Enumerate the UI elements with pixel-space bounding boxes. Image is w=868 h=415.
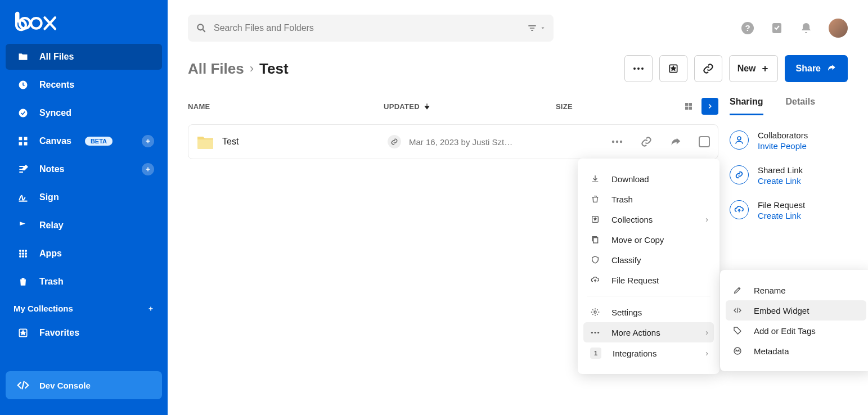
menu-embed-widget[interactable]: Embed Widget xyxy=(726,300,866,321)
svg-point-32 xyxy=(620,141,622,143)
star-icon xyxy=(17,327,29,339)
menu-collections[interactable]: Collections › xyxy=(583,209,714,229)
col-updated[interactable]: UPDATED xyxy=(384,102,528,111)
menu-trash[interactable]: Trash xyxy=(583,189,714,209)
help-icon[interactable]: ? xyxy=(741,21,754,35)
shield-icon xyxy=(590,255,600,265)
breadcrumb-root[interactable]: All Files xyxy=(188,60,244,78)
sidebar-item-trash[interactable]: Trash xyxy=(6,269,162,295)
cloud-upload-icon xyxy=(590,275,600,285)
notes-icon xyxy=(17,163,29,175)
menu-add-edit-tags[interactable]: Add or Edit Tags xyxy=(726,321,866,341)
sidebar-item-sign[interactable]: Sign xyxy=(6,184,162,210)
folder-icon xyxy=(196,134,214,149)
more-icon xyxy=(590,327,600,337)
add-icon[interactable] xyxy=(142,135,154,147)
tab-sharing[interactable]: Sharing xyxy=(730,92,763,115)
sidebar-item-favorites[interactable]: Favorites xyxy=(6,320,162,346)
pencil-icon xyxy=(732,285,743,295)
avatar[interactable] xyxy=(829,19,848,38)
menu-integrations[interactable]: 1 Integrations › xyxy=(583,342,714,364)
sidebar-item-all-files[interactable]: All Files xyxy=(6,44,162,70)
file-request-label: File Request xyxy=(758,200,805,210)
canvas-icon xyxy=(17,135,29,147)
create-link-action[interactable]: Create Link xyxy=(758,176,803,186)
col-name[interactable]: NAME xyxy=(188,102,384,111)
create-link-action-2[interactable]: Create Link xyxy=(758,211,805,220)
svg-point-8 xyxy=(19,250,21,252)
sidebar-item-relay[interactable]: Relay xyxy=(6,213,162,238)
sidebar-item-canvas[interactable]: Canvas BETA xyxy=(6,128,162,154)
svg-rect-28 xyxy=(685,107,688,110)
cloud-upload-icon xyxy=(730,200,749,219)
menu-divider xyxy=(587,296,710,296)
context-menu: Download Trash Collections › Move or Cop… xyxy=(578,159,719,374)
invite-people-link[interactable]: Invite People xyxy=(758,141,808,151)
svg-point-24 xyxy=(641,67,644,70)
add-icon[interactable] xyxy=(142,163,154,175)
bell-icon[interactable] xyxy=(799,21,813,35)
filter-icon[interactable] xyxy=(527,22,546,34)
svg-point-15 xyxy=(22,255,24,258)
right-panel: Sharing Details Collaborators Invite Peo… xyxy=(718,92,859,220)
dev-console-button[interactable]: Dev Console xyxy=(6,371,162,399)
menu-settings[interactable]: Settings xyxy=(583,302,714,322)
sidebar-item-notes[interactable]: Notes xyxy=(6,156,162,182)
sort-desc-icon xyxy=(423,102,431,110)
col-size[interactable]: SIZE xyxy=(528,102,573,111)
search-input[interactable] xyxy=(214,23,520,33)
tasks-icon[interactable] xyxy=(770,21,784,35)
more-options-button[interactable] xyxy=(624,55,653,82)
clock-icon xyxy=(17,79,29,91)
search-icon xyxy=(196,22,207,34)
sidebar-item-apps[interactable]: Apps xyxy=(6,241,162,267)
menu-move-copy[interactable]: Move or Copy xyxy=(583,229,714,250)
chevron-right-icon: › xyxy=(705,349,708,358)
menu-file-request[interactable]: File Request xyxy=(583,270,714,290)
svg-rect-5 xyxy=(24,137,28,141)
tab-details[interactable]: Details xyxy=(786,92,815,115)
chevron-right-icon: › xyxy=(705,215,708,224)
share-button[interactable]: Share xyxy=(785,55,848,82)
link-button[interactable] xyxy=(694,55,722,82)
row-checkbox[interactable] xyxy=(699,136,710,147)
collections-button[interactable] xyxy=(659,55,687,82)
menu-metadata[interactable]: Metadata xyxy=(726,341,866,361)
file-name[interactable]: Test xyxy=(222,137,380,147)
sidebar: All Files Recents Synced Canvas BETA Not… xyxy=(0,0,168,415)
file-row[interactable]: Test Mar 16, 2023 by Justi Szt… xyxy=(188,124,718,159)
sidebar-item-synced[interactable]: Synced xyxy=(6,100,162,126)
sidebar-item-recents[interactable]: Recents xyxy=(6,72,162,98)
code-icon xyxy=(732,305,743,315)
collaborators-section: Collaborators Invite People xyxy=(730,130,859,151)
link-icon[interactable] xyxy=(640,136,653,148)
menu-classify[interactable]: Classify xyxy=(583,250,714,270)
menu-download[interactable]: Download xyxy=(583,169,714,189)
metadata-icon xyxy=(732,346,743,356)
share-arrow-icon[interactable] xyxy=(669,136,682,148)
menu-more-actions[interactable]: More Actions › xyxy=(583,322,714,342)
collections-icon xyxy=(590,214,600,224)
right-panel-tabs: Sharing Details xyxy=(730,92,859,116)
add-collection-icon[interactable] xyxy=(147,305,154,312)
grid-view-button[interactable] xyxy=(680,98,697,115)
menu-rename[interactable]: Rename xyxy=(726,280,866,300)
trash-icon xyxy=(590,194,600,204)
new-button[interactable]: New xyxy=(729,55,778,82)
download-icon xyxy=(590,174,600,184)
box-logo[interactable] xyxy=(0,7,168,43)
view-controls xyxy=(680,98,718,115)
beta-badge: BETA xyxy=(85,137,113,146)
more-icon[interactable] xyxy=(611,136,623,148)
svg-rect-26 xyxy=(685,103,688,106)
file-request-section: File Request Create Link xyxy=(730,200,859,220)
search-box[interactable] xyxy=(188,15,554,42)
panel-toggle-button[interactable] xyxy=(701,98,718,115)
trash-icon xyxy=(17,276,29,288)
link-chip-icon[interactable] xyxy=(388,135,401,148)
svg-point-30 xyxy=(612,141,614,143)
main-content: ? All Files › Test New Share NAME UPDATE… xyxy=(168,0,868,415)
svg-rect-7 xyxy=(24,142,28,146)
svg-text:?: ? xyxy=(745,23,750,33)
link-icon xyxy=(730,165,749,184)
